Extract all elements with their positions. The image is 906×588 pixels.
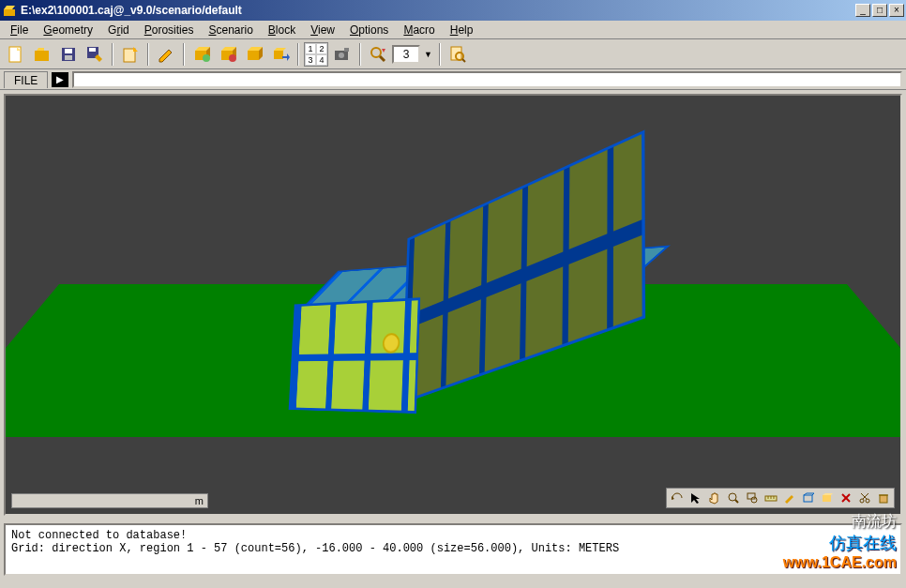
orbit-button[interactable] <box>668 490 687 506</box>
command-input[interactable] <box>72 71 902 88</box>
wireframe-button[interactable] <box>799 490 818 506</box>
zoom-fit-button[interactable] <box>724 490 743 506</box>
grid-cell-4[interactable]: 4 <box>316 54 327 66</box>
svg-marker-1 <box>4 6 15 9</box>
svg-marker-24 <box>274 48 286 51</box>
zoom-rect-icon <box>746 491 759 505</box>
select-button[interactable] <box>687 490 705 506</box>
menu-help[interactable]: Help <box>444 22 480 38</box>
svg-marker-49 <box>823 493 833 495</box>
viewport-container: m <box>0 90 906 520</box>
box-green-button[interactable] <box>189 42 214 67</box>
svg-point-53 <box>866 499 869 503</box>
3d-viewport[interactable]: m <box>4 94 902 516</box>
saveas-button[interactable] <box>83 42 107 67</box>
toolbar-sep <box>147 43 149 66</box>
svg-line-37 <box>735 500 738 503</box>
delete-button[interactable] <box>874 490 893 506</box>
x-icon <box>839 491 853 505</box>
svg-rect-7 <box>65 49 72 53</box>
toolbar-sep <box>439 43 441 66</box>
stop-button[interactable] <box>837 490 855 506</box>
menu-porosities[interactable]: Porosities <box>138 22 201 38</box>
svg-line-29 <box>380 56 385 61</box>
clip-button[interactable] <box>780 490 799 506</box>
play-icon: ▶ <box>56 74 64 84</box>
grid-cell-3[interactable]: 3 <box>305 54 316 66</box>
box-arrow-button[interactable] <box>268 42 293 67</box>
svg-point-28 <box>371 48 381 57</box>
trash-icon <box>877 491 890 505</box>
box-icon <box>219 45 237 64</box>
camera-icon <box>333 45 352 64</box>
svg-rect-0 <box>4 9 15 16</box>
menu-scenario[interactable]: Scenario <box>202 22 259 38</box>
svg-point-15 <box>203 54 210 62</box>
view-grid-selector[interactable]: 12 34 <box>304 42 328 67</box>
building-model <box>289 219 613 419</box>
wire-icon <box>802 491 815 505</box>
cursor-icon <box>689 491 702 505</box>
grid-cell-2[interactable]: 2 <box>316 43 327 54</box>
scale-unit: m <box>195 495 204 506</box>
svg-rect-23 <box>274 51 283 59</box>
new-file-icon <box>7 45 25 64</box>
status-line-1: Not connected to database! <box>11 529 895 542</box>
maximize-button[interactable]: □ <box>872 4 887 17</box>
command-bar: FILE ▶ <box>0 69 906 90</box>
search-doc-icon <box>448 45 467 64</box>
status-area: Not connected to database! Grid: directi… <box>4 523 902 576</box>
zoom-icon <box>727 491 740 505</box>
toolbar-sep <box>183 43 185 66</box>
save-button[interactable] <box>56 42 81 67</box>
toolbar-sep <box>359 43 361 66</box>
box-red-button[interactable] <box>216 42 240 67</box>
shade-icon <box>821 491 834 505</box>
svg-rect-38 <box>747 493 755 499</box>
grid-cell-1[interactable]: 1 <box>305 43 316 54</box>
menu-grid[interactable]: Grid <box>101 22 136 38</box>
save-icon <box>59 45 78 64</box>
new-button[interactable] <box>4 42 28 67</box>
shade-button[interactable] <box>818 490 837 506</box>
menu-view[interactable]: View <box>304 22 341 38</box>
run-button[interactable]: ▶ <box>52 72 68 87</box>
open-button[interactable] <box>30 42 54 67</box>
import-button[interactable] <box>118 42 143 67</box>
svg-rect-56 <box>880 495 887 503</box>
svg-line-33 <box>462 59 465 62</box>
file-tab[interactable]: FILE <box>4 71 48 88</box>
magnifier-icon <box>369 45 387 64</box>
pan-button[interactable] <box>705 490 724 506</box>
ruler-icon <box>764 491 778 505</box>
menu-options[interactable]: Options <box>343 22 395 38</box>
svg-rect-48 <box>823 495 831 502</box>
menu-file[interactable]: File <box>4 22 35 38</box>
zoom-window-button[interactable] <box>743 490 762 506</box>
cut-button[interactable] <box>855 490 874 506</box>
camera-button[interactable] <box>330 42 355 67</box>
svg-point-52 <box>860 499 864 503</box>
title-bar: E:\ex2\100001.caj@_v9.0/scenario/default… <box>0 0 906 21</box>
zoom-button[interactable] <box>366 42 390 67</box>
pencil-icon <box>157 45 175 64</box>
measure-button[interactable] <box>762 490 780 506</box>
minimize-button[interactable]: _ <box>855 4 870 17</box>
box-button[interactable] <box>242 42 266 67</box>
scale-bar: m <box>11 493 208 508</box>
box-icon <box>245 45 264 64</box>
svg-marker-5 <box>37 48 44 51</box>
box-arrow-icon <box>271 45 290 64</box>
close-button[interactable]: × <box>889 4 904 17</box>
toolbar-sep <box>297 43 299 66</box>
svg-rect-27 <box>344 48 349 52</box>
menu-block[interactable]: Block <box>262 22 302 38</box>
edit-button[interactable] <box>154 42 178 67</box>
dropdown-arrow-icon[interactable]: ▼ <box>422 48 434 61</box>
menu-macro[interactable]: Macro <box>397 22 441 38</box>
folder-open-icon <box>33 45 52 64</box>
menu-geometry[interactable]: Geometry <box>37 22 99 38</box>
search-doc-button[interactable] <box>445 42 470 67</box>
menu-bar: File Geometry Grid Porosities Scenario B… <box>0 21 906 39</box>
zoom-value-input[interactable]: 3 <box>392 45 420 64</box>
